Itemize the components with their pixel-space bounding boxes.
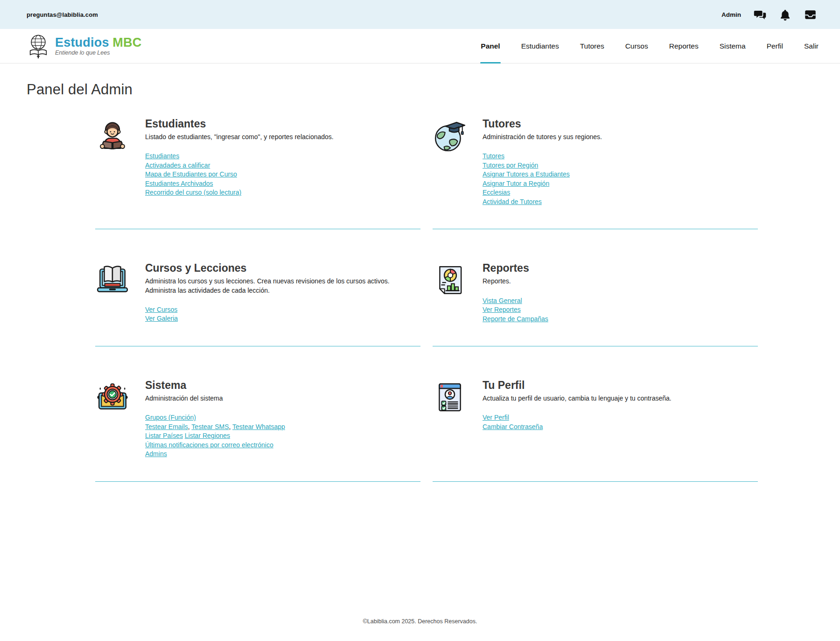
card-link[interactable]: Actividad de Tutores: [483, 198, 542, 205]
card-link[interactable]: Mapa de Estudiantes por Curso: [145, 170, 237, 178]
card-link[interactable]: Asignar Tutor a Región: [483, 180, 549, 187]
card-link[interactable]: Ecclesias: [483, 189, 510, 196]
laptop-book-icon: [95, 263, 130, 297]
card-perfil: Tu Perfil Actualiza tu perfil de usuario…: [433, 379, 758, 482]
card-link[interactable]: Admins: [145, 450, 167, 458]
card-link[interactable]: Vista General: [483, 297, 522, 304]
card-link[interactable]: Testear Emails: [145, 423, 188, 430]
card-description: Administración del sistema: [145, 394, 410, 403]
card-link[interactable]: Listar Regiones: [185, 432, 230, 439]
admin-user-label[interactable]: Admin: [721, 11, 741, 18]
card-link-line: Reporte de Campañas: [483, 315, 758, 324]
nav-item-panel[interactable]: Panel: [481, 29, 500, 63]
card-link[interactable]: Ver Reportes: [483, 306, 521, 313]
card-link-line: Ver Reportes: [483, 305, 758, 315]
card-link-line: Activadades a calificar: [145, 161, 420, 170]
card-link-line: Listar Países Listar Regiones: [145, 431, 420, 441]
card-link[interactable]: Recorrido del curso (solo lectura): [145, 189, 241, 196]
nav-item-reportes[interactable]: Reportes: [669, 29, 699, 63]
card-title: Sistema: [145, 379, 420, 392]
card-link-line: Ver Perfil: [483, 413, 758, 423]
page-title: Panel del Admin: [27, 81, 840, 98]
topbar: preguntas@labiblia.com Admin: [0, 0, 840, 29]
card-title: Tu Perfil: [483, 379, 758, 392]
bell-icon[interactable]: [779, 8, 791, 21]
card-link-line: Vista General: [483, 296, 758, 306]
card-link-line: Grupos (Función): [145, 413, 420, 423]
card-description: Administra los cursos y sus lecciones. C…: [145, 277, 410, 295]
card-title: Cursos y Lecciones: [145, 262, 420, 275]
card-link-line: Ecclesias: [483, 188, 758, 197]
card-link-line: Actividad de Tutores: [483, 197, 758, 207]
card-links: Grupos (Función)Testear Emails, Testear …: [145, 413, 420, 459]
inbox-icon[interactable]: [804, 8, 817, 21]
card-links: Vista GeneralVer ReportesReporte de Camp…: [483, 296, 758, 324]
card-link[interactable]: Testear Whatsapp: [232, 423, 285, 430]
card-link[interactable]: Últimas notificaciones por correo electr…: [145, 441, 273, 449]
card-link-line: Estudiantes Archivados: [145, 179, 420, 189]
card-links: EstudiantesActivadades a calificarMapa d…: [145, 152, 420, 197]
card-description: Administración de tutores y sus regiones…: [483, 133, 748, 141]
nav-item-salir[interactable]: Salir: [804, 29, 819, 63]
card-link-line: Testear Emails, Testear SMS, Testear Wha…: [145, 423, 420, 432]
card-reportes: Reportes Reportes. Vista GeneralVer Repo…: [433, 262, 758, 346]
nav-item-tutores[interactable]: Tutores: [580, 29, 604, 63]
contact-email: preguntas@labiblia.com: [27, 11, 98, 18]
card-link[interactable]: Estudiantes: [145, 152, 179, 160]
student-reading-icon: [95, 119, 130, 153]
topbar-actions: Admin: [721, 8, 817, 21]
card-link-line: Mapa de Estudiantes por Curso: [145, 170, 420, 179]
card-link[interactable]: Asignar Tutores a Estudiantes: [483, 170, 570, 178]
card-link-line: Tutores: [483, 152, 758, 161]
card-links: Ver CursosVer Galeria: [145, 305, 420, 324]
nav-item-cursos[interactable]: Cursos: [625, 29, 648, 63]
card-link-line: Asignar Tutores a Estudiantes: [483, 170, 758, 179]
card-link-line: Estudiantes: [145, 152, 420, 161]
card-description: Reportes.: [483, 277, 748, 286]
card-link-line: Últimas notificaciones por correo electr…: [145, 441, 420, 450]
card-link-line: Tutores por Región: [483, 161, 758, 170]
card-link[interactable]: Testear SMS: [191, 423, 229, 430]
nav-item-sistema[interactable]: Sistema: [720, 29, 746, 63]
card-link[interactable]: Estudiantes Archivados: [145, 180, 213, 187]
main-content: Panel del Admin Estudiantes Listado de e…: [0, 81, 840, 482]
card-link[interactable]: Tutores por Región: [483, 162, 538, 169]
card-title: Tutores: [483, 118, 758, 130]
card-link-line: Cambiar Contraseña: [483, 423, 758, 432]
card-title: Estudiantes: [145, 118, 420, 130]
card-link[interactable]: Tutores: [483, 152, 504, 160]
card-link[interactable]: Ver Galeria: [145, 315, 178, 322]
nav-item-perfil[interactable]: Perfil: [767, 29, 783, 63]
card-title: Reportes: [483, 262, 758, 275]
brand-secondary: MBC: [112, 35, 141, 49]
nav-item-estudiantes[interactable]: Estudiantes: [521, 29, 559, 63]
site-header: Estudios MBC Entiende lo que Lees PanelE…: [0, 29, 840, 63]
card-link[interactable]: Cambiar Contraseña: [483, 423, 543, 430]
brand-primary: Estudios: [55, 35, 109, 49]
card-link-line: Asignar Tutor a Región: [483, 179, 758, 189]
card-link-line: Admins: [145, 450, 420, 459]
card-link[interactable]: Reporte de Campañas: [483, 315, 548, 323]
globe-book-logo: [27, 33, 50, 59]
card-estudiantes: Estudiantes Listado de estudiantes, "ing…: [95, 118, 420, 229]
card-link[interactable]: Ver Perfil: [483, 414, 509, 421]
card-link[interactable]: Ver Cursos: [145, 306, 177, 313]
card-description: Actualiza tu perfil de usuario, cambia t…: [483, 394, 748, 403]
profile-card-icon: [433, 380, 467, 415]
card-links: TutoresTutores por RegiónAsignar Tutores…: [483, 152, 758, 206]
card-description: Listado de estudiantes, "ingresar como",…: [145, 133, 410, 141]
card-link[interactable]: Listar Países: [145, 432, 183, 439]
card-link[interactable]: Activadades a calificar: [145, 162, 210, 169]
report-document-icon: [433, 263, 467, 297]
cards-grid: Estudiantes Listado de estudiantes, "ing…: [95, 118, 758, 482]
main-nav: PanelEstudiantesTutoresCursosReportesSis…: [481, 29, 819, 63]
card-link-line: Recorrido del curso (solo lectura): [145, 188, 420, 197]
brand-logo-group[interactable]: Estudios MBC Entiende lo que Lees: [27, 33, 141, 59]
card-link-line: Ver Galeria: [145, 314, 420, 324]
globe-graduation-icon: [433, 119, 467, 153]
chat-icon[interactable]: [754, 8, 766, 21]
footer-copyright: ©Labiblia.com 2025. Derechos Reservados.: [0, 618, 840, 625]
card-link[interactable]: Grupos (Función): [145, 414, 196, 421]
card-tutores: Tutores Administración de tutores y sus …: [433, 118, 758, 229]
card-links: Ver PerfilCambiar Contraseña: [483, 413, 758, 431]
